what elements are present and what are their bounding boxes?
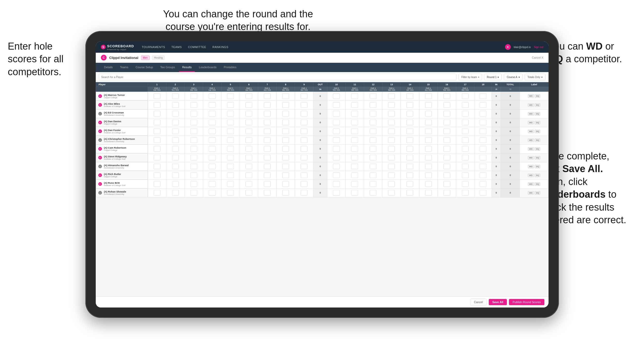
dq-button[interactable]: DQ bbox=[535, 121, 540, 124]
hole-score-cell[interactable] bbox=[166, 153, 184, 162]
nav-rankings[interactable]: RANKINGS bbox=[212, 45, 228, 49]
hole-score-cell[interactable] bbox=[148, 92, 166, 101]
tab-details[interactable]: Details bbox=[101, 63, 116, 72]
hole-score-cell[interactable] bbox=[401, 101, 419, 109]
filter-team-button[interactable]: Filter by team ▾ bbox=[458, 74, 482, 80]
hole-score-cell[interactable] bbox=[327, 136, 346, 144]
hole-score-cell[interactable] bbox=[382, 136, 401, 144]
hole-score-cell[interactable] bbox=[295, 92, 313, 101]
hole-score-cell[interactable] bbox=[203, 101, 221, 109]
hole-score-cell[interactable] bbox=[240, 118, 258, 127]
hole-score-cell[interactable] bbox=[401, 144, 419, 153]
hole-score-cell[interactable] bbox=[346, 188, 364, 197]
hole-score-cell[interactable] bbox=[277, 188, 295, 197]
hole-score-cell[interactable] bbox=[327, 118, 346, 127]
hole-score-cell[interactable] bbox=[419, 180, 438, 188]
hole-score-cell[interactable] bbox=[240, 101, 258, 109]
hole-score-cell[interactable] bbox=[277, 118, 295, 127]
hole-score-cell[interactable] bbox=[438, 127, 456, 136]
hole-score-cell[interactable] bbox=[148, 144, 166, 153]
hole-score-cell[interactable] bbox=[419, 162, 438, 171]
hole-score-cell[interactable] bbox=[456, 144, 474, 153]
hole-score-cell[interactable] bbox=[346, 109, 364, 118]
hole-score-cell[interactable] bbox=[277, 92, 295, 101]
dq-button[interactable]: DQ bbox=[535, 191, 540, 195]
hole-score-cell[interactable] bbox=[382, 127, 401, 136]
dq-button[interactable]: DQ bbox=[535, 139, 540, 142]
hole-score-cell[interactable] bbox=[382, 162, 401, 171]
hole-score-cell[interactable] bbox=[184, 144, 203, 153]
hole-score-cell[interactable] bbox=[474, 127, 492, 136]
hole-score-cell[interactable] bbox=[474, 188, 492, 197]
hole-score-cell[interactable] bbox=[240, 144, 258, 153]
hole-score-cell[interactable] bbox=[382, 118, 401, 127]
hole-score-cell[interactable] bbox=[258, 127, 276, 136]
hole-score-cell[interactable] bbox=[166, 136, 184, 144]
hole-score-cell[interactable] bbox=[166, 92, 184, 101]
hole-score-cell[interactable] bbox=[184, 162, 203, 171]
totals-only-button[interactable]: Totals Only ▾ bbox=[525, 74, 545, 80]
hole-score-cell[interactable] bbox=[364, 162, 382, 171]
hole-score-cell[interactable] bbox=[474, 101, 492, 109]
hole-score-cell[interactable] bbox=[184, 153, 203, 162]
hole-score-cell[interactable] bbox=[438, 118, 456, 127]
round-selector-button[interactable]: Round 1 ▾ bbox=[484, 74, 502, 80]
dq-button[interactable]: DQ bbox=[535, 103, 540, 107]
hole-score-cell[interactable] bbox=[148, 162, 166, 171]
hole-score-cell[interactable] bbox=[184, 136, 203, 144]
hole-score-cell[interactable] bbox=[258, 171, 276, 180]
hole-score-cell[interactable] bbox=[346, 101, 364, 109]
hole-score-cell[interactable] bbox=[221, 109, 240, 118]
hole-score-cell[interactable] bbox=[364, 109, 382, 118]
hole-score-cell[interactable] bbox=[327, 92, 346, 101]
hole-score-cell[interactable] bbox=[148, 118, 166, 127]
hole-score-cell[interactable] bbox=[295, 188, 313, 197]
hole-score-cell[interactable] bbox=[258, 101, 276, 109]
hole-score-cell[interactable] bbox=[382, 144, 401, 153]
hole-score-cell[interactable] bbox=[277, 144, 295, 153]
dq-button[interactable]: DQ bbox=[535, 156, 540, 159]
hole-score-cell[interactable] bbox=[382, 188, 401, 197]
hole-score-cell[interactable] bbox=[419, 127, 438, 136]
cancel-action-button[interactable]: Cancel bbox=[470, 299, 487, 305]
hole-score-cell[interactable] bbox=[277, 180, 295, 188]
hole-score-cell[interactable] bbox=[382, 180, 401, 188]
hole-score-cell[interactable] bbox=[203, 162, 221, 171]
hole-score-cell[interactable] bbox=[438, 92, 456, 101]
hole-score-cell[interactable] bbox=[221, 144, 240, 153]
wd-button[interactable]: WD bbox=[528, 121, 534, 124]
dq-button[interactable]: DQ bbox=[535, 174, 540, 177]
hole-score-cell[interactable] bbox=[166, 144, 184, 153]
wd-button[interactable]: WD bbox=[528, 165, 534, 168]
hole-score-cell[interactable] bbox=[456, 171, 474, 180]
hole-score-cell[interactable] bbox=[419, 144, 438, 153]
tab-course-setup[interactable]: Course Setup bbox=[132, 63, 156, 72]
hole-score-cell[interactable] bbox=[148, 136, 166, 144]
hole-score-cell[interactable] bbox=[203, 118, 221, 127]
hole-score-cell[interactable] bbox=[148, 127, 166, 136]
hole-score-cell[interactable] bbox=[474, 118, 492, 127]
hole-score-cell[interactable] bbox=[438, 136, 456, 144]
hole-score-cell[interactable] bbox=[277, 171, 295, 180]
hole-score-cell[interactable] bbox=[456, 101, 474, 109]
hole-score-cell[interactable] bbox=[221, 162, 240, 171]
tab-teams[interactable]: Teams bbox=[117, 63, 131, 72]
hole-score-cell[interactable] bbox=[184, 109, 203, 118]
hole-score-cell[interactable] bbox=[346, 136, 364, 144]
wd-button[interactable]: WD bbox=[528, 156, 534, 159]
hole-score-cell[interactable] bbox=[401, 180, 419, 188]
hole-score-cell[interactable] bbox=[474, 109, 492, 118]
hole-score-cell[interactable] bbox=[277, 153, 295, 162]
hole-score-cell[interactable] bbox=[419, 118, 438, 127]
hole-score-cell[interactable] bbox=[438, 180, 456, 188]
hole-score-cell[interactable] bbox=[364, 118, 382, 127]
hole-score-cell[interactable] bbox=[401, 188, 419, 197]
hole-score-cell[interactable] bbox=[148, 171, 166, 180]
sign-out[interactable]: Sign out bbox=[534, 46, 543, 49]
hole-score-cell[interactable] bbox=[419, 109, 438, 118]
hole-score-cell[interactable] bbox=[184, 188, 203, 197]
dq-button[interactable]: DQ bbox=[535, 147, 540, 151]
hole-score-cell[interactable] bbox=[474, 162, 492, 171]
hole-score-cell[interactable] bbox=[327, 101, 346, 109]
hole-score-cell[interactable] bbox=[327, 109, 346, 118]
